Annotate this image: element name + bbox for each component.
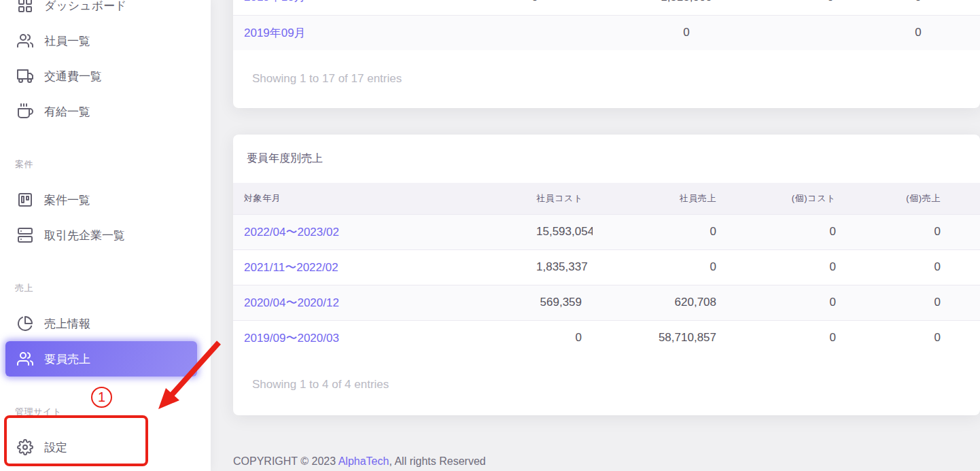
sidebar-item-label: 設定	[44, 440, 67, 455]
column-header: (個)売上	[847, 183, 951, 214]
period-link[interactable]: 2019/09〜2020/03	[244, 332, 339, 345]
period-cell: 2019年09月	[233, 15, 478, 50]
sidebar-item-label: 売上情報	[44, 316, 90, 332]
users-icon	[17, 33, 33, 49]
value-cell: 0	[593, 249, 727, 285]
value-cell: 1,835,337	[525, 249, 593, 285]
value-cell: 0	[593, 214, 727, 249]
server-icon	[17, 227, 33, 243]
value-cell: 0	[880, 15, 956, 50]
value-cell: 0	[847, 214, 951, 249]
sidebar-item-staff-sales[interactable]: 要員売上	[5, 341, 197, 377]
table-row: 2021/11〜2022/021,835,337000	[233, 249, 980, 285]
period-cell: 2021/11〜2022/02	[233, 249, 525, 285]
sidebar-item-settings[interactable]: 設定	[0, 430, 211, 465]
value-cell: 569,359	[525, 285, 593, 320]
spacer-cell	[956, 0, 980, 15]
spacer-cell	[951, 285, 980, 320]
value-cell: 58,710,857	[593, 320, 727, 355]
value-cell: 15,593,054	[525, 214, 593, 249]
value-cell: 0	[525, 320, 593, 355]
annual-sales-card-title: 要員年度別売上	[233, 135, 980, 183]
monthly-sales-card: 2019年10月01,518,000002019年09月00 Showing 1…	[233, 0, 980, 108]
period-link[interactable]: 2020/04〜2020/12	[244, 296, 339, 309]
brand-link[interactable]: AlphaTech	[338, 455, 389, 467]
spacer-cell	[951, 320, 980, 355]
gear-icon	[17, 439, 33, 455]
annual-table-entries-status: Showing 1 to 4 of 4 entries	[233, 355, 980, 415]
pie-chart-icon	[17, 315, 33, 332]
value-cell: 0	[727, 320, 847, 355]
sidebar-item-label: ダッシュボード	[44, 0, 126, 14]
sidebar-item-label: 社員一覧	[44, 33, 90, 49]
value-cell	[781, 15, 880, 50]
sidebar-section-header: 案件	[0, 147, 211, 182]
value-cell: 0	[727, 249, 847, 285]
sidebar-item-client-companies[interactable]: 取引先企業一覧	[0, 217, 211, 253]
value-cell: 0	[727, 214, 847, 249]
users-icon	[17, 351, 33, 367]
spacer-cell	[956, 15, 980, 50]
main-content: 2019年10月01,518,000002019年09月00 Showing 1…	[211, 0, 980, 471]
annual-sales-card: 要員年度別売上 対象年月社員コスト社員売上(個)コスト(個)売上 2022/04…	[233, 135, 980, 415]
month-link[interactable]: 2019年09月	[244, 27, 306, 39]
spacer-cell	[951, 214, 980, 249]
sidebar-section-header: 管理サイト	[0, 394, 211, 430]
column-header: 対象年月	[233, 183, 525, 214]
sidebar-item-label: 案件一覧	[44, 192, 90, 208]
value-cell	[478, 15, 592, 50]
truck-icon	[17, 68, 33, 84]
sidebar-item-label: 取引先企業一覧	[44, 228, 125, 243]
value-cell: 0	[592, 15, 781, 50]
value-cell: 0	[478, 0, 592, 15]
sidebar-item-paid-leave[interactable]: 有給一覧	[0, 94, 211, 129]
sidebar-section-header: 売上	[0, 271, 211, 306]
sidebar-item-label: 有給一覧	[44, 104, 90, 120]
sidebar-item-employees[interactable]: 社員一覧	[0, 23, 211, 58]
sidebar-item-label: 交通費一覧	[44, 69, 102, 84]
table-row: 2022/04〜2023/0215,593,054000	[233, 214, 980, 249]
sidebar: ダッシュボード社員一覧交通費一覧有給一覧案件案件一覧取引先企業一覧売上売上情報要…	[0, 0, 211, 471]
sidebar-item-transport-expenses[interactable]: 交通費一覧	[0, 58, 211, 94]
sidebar-item-dashboard[interactable]: ダッシュボード	[0, 0, 211, 23]
column-header: (個)コスト	[727, 183, 847, 214]
value-cell: 0	[727, 285, 847, 320]
monthly-sales-table: 2019年10月01,518,000002019年09月00	[233, 0, 980, 50]
trello-icon	[17, 192, 33, 208]
spacer-cell	[951, 183, 980, 214]
sidebar-nav: ダッシュボード社員一覧交通費一覧有給一覧案件案件一覧取引先企業一覧売上売上情報要…	[0, 0, 211, 465]
monthly-table-entries-status: Showing 1 to 17 of 17 entries	[233, 50, 980, 108]
sidebar-item-label: 要員売上	[44, 351, 90, 367]
column-header: 社員売上	[593, 183, 727, 214]
month-link[interactable]: 2019年10月	[244, 0, 306, 3]
spacer-cell	[951, 249, 980, 285]
value-cell: 0	[781, 0, 880, 15]
period-link[interactable]: 2021/11〜2022/02	[244, 261, 338, 274]
coffee-icon	[17, 103, 33, 120]
table-row: 2019/09〜2020/03058,710,85700	[233, 320, 980, 355]
table-row: 2020/04〜2020/12569,359620,70800	[233, 285, 980, 320]
copyright-text: COPYRIGHT © 2023	[233, 455, 338, 467]
value-cell: 0	[847, 320, 951, 355]
period-cell: 2020/04〜2020/12	[233, 285, 525, 320]
copyright-suffix: , All rights Reserved	[389, 455, 485, 467]
grid-icon	[17, 0, 33, 14]
annual-sales-table: 対象年月社員コスト社員売上(個)コスト(個)売上 2022/04〜2023/02…	[233, 183, 980, 355]
sidebar-item-projects[interactable]: 案件一覧	[0, 182, 211, 217]
table-row: 2019年10月01,518,00000	[233, 0, 980, 15]
column-header: 社員コスト	[525, 183, 593, 214]
table-row: 2019年09月00	[233, 15, 980, 50]
period-cell: 2022/04〜2023/02	[233, 214, 525, 249]
sidebar-item-sales-info[interactable]: 売上情報	[0, 306, 211, 341]
value-cell: 1,518,000	[592, 0, 781, 15]
value-cell: 0	[880, 0, 956, 15]
period-cell: 2019/09〜2020/03	[233, 320, 525, 355]
value-cell: 0	[847, 285, 951, 320]
value-cell: 0	[847, 249, 951, 285]
period-link[interactable]: 2022/04〜2023/02	[244, 226, 339, 239]
annual-table-header-row: 対象年月社員コスト社員売上(個)コスト(個)売上	[233, 183, 980, 214]
page-footer: COPYRIGHT © 2023 AlphaTech, All rights R…	[233, 415, 980, 471]
value-cell: 620,708	[593, 285, 727, 320]
period-cell: 2019年10月	[233, 0, 478, 15]
